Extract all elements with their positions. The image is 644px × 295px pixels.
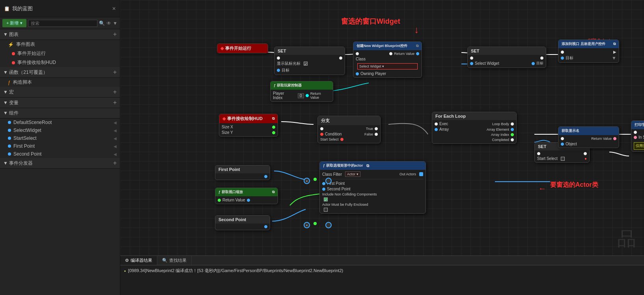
blueprint-canvas[interactable]: 窗选的窗口Widget ↑ 要窗选的Actor类 ← SET Select Wi… — [120, 0, 644, 295]
pin-label: 显示鼠标光标 — [277, 61, 301, 66]
node-header: For Each Loop — [432, 112, 516, 120]
node-print-string[interactable]: 打印字符串 In String 仅用开发 ▼ — [631, 120, 644, 152]
node-set2[interactable]: SET Select Widget 目标 — [467, 47, 546, 68]
pin-exec-out — [389, 52, 392, 55]
node-body — [215, 224, 270, 230]
pin-loopbody — [511, 122, 514, 126]
pin-exec-in — [561, 51, 564, 54]
close-icon[interactable]: ✕ — [112, 6, 116, 11]
pin-label: 目标 — [566, 55, 573, 61]
search-icon-btn[interactable]: 🔍 — [99, 21, 105, 26]
sidebar-item-startselect[interactable]: StartSelect ◀ — [0, 134, 120, 142]
index-value[interactable]: 0 — [298, 93, 304, 98]
node-header: ◆ 事件开始运行 — [217, 44, 268, 53]
node-get-display-name[interactable]: 获取显示名 Return Value Object — [558, 126, 619, 148]
section-graphs[interactable]: ▼ 图表 + — [0, 29, 120, 40]
pin-return — [416, 52, 419, 55]
node-first-point[interactable]: First Point — [215, 165, 270, 180]
eye-icon-btn[interactable]: 👁 — [106, 21, 111, 26]
class-select[interactable]: Select Widget ▾ — [357, 63, 418, 70]
annotation-actor-arrow: ← — [538, 184, 546, 193]
sidebar-item-defaultsceneroot[interactable]: DefaultSceneRoot ◀ — [0, 118, 120, 126]
pin-label: Array — [439, 127, 449, 132]
node-body: Select Widget 目标 — [468, 55, 546, 68]
pin-target-out — [532, 62, 535, 65]
bottom-tabs: ⚙ 编译器结果 🔍 查找结果 — [120, 256, 644, 265]
node-for-each[interactable]: For Each Loop Exec Loop Body Array Array… — [432, 112, 517, 144]
search-input[interactable] — [28, 20, 98, 27]
sidebar-item-firstpoint[interactable]: First Point ◀ — [0, 142, 120, 150]
sidebar-item-label: 事件图表 — [16, 41, 35, 48]
node-event-begin[interactable]: ◆ 事件开始运行 — [217, 43, 268, 53]
node-event-hud[interactable]: ◆ 事件接收绘制HUD ⧉ Size X Size Y — [219, 114, 278, 137]
node-branch[interactable]: 分支 True Condition False Start Select — [317, 116, 381, 143]
node-header: 添加到视口 且标是用户控件 ⧉ — [558, 40, 619, 48]
section-variables-add[interactable]: + — [113, 99, 117, 106]
event-icon: ◆ — [220, 46, 224, 51]
sidebar-item-event-begin[interactable]: 事件开始运行 — [0, 49, 120, 58]
node-header: ƒ 获取玩家控制器 — [271, 81, 333, 90]
divider — [322, 179, 423, 179]
node-header: 获取显示名 — [558, 127, 619, 135]
add-button[interactable]: + 新增 ▾ — [2, 19, 26, 27]
pin-label: Return Value — [394, 52, 414, 56]
section-graphs-add[interactable]: + — [113, 31, 117, 38]
node-body: Player Index 0 Return Value — [271, 90, 333, 101]
sidebar-item-event-graph[interactable]: ⚡ 事件图表 — [0, 40, 120, 49]
tab-label: 编译器结果 — [131, 257, 152, 263]
pin-label: Include Non Colliding Components — [322, 192, 377, 196]
pin-row — [218, 175, 267, 178]
pin-row: 显示鼠标光标 ✓ — [277, 61, 342, 66]
sidebar-item-label: 事件开始运行 — [17, 50, 46, 57]
pin-row: Return Value — [356, 52, 419, 56]
class-filter-dropdown[interactable]: Actor ▾ — [345, 171, 360, 177]
pin-exec — [561, 137, 564, 140]
node-second-point[interactable]: Second Point — [215, 215, 270, 230]
node-body: Size X Size Y — [219, 123, 278, 136]
sidebar-item-event-hud[interactable]: 事件接收绘制HUD — [0, 58, 120, 67]
checkbox-icon[interactable]: ✓ — [304, 62, 308, 66]
settings-icon-btn[interactable]: ▼ — [113, 21, 118, 26]
node-get-actors[interactable]: ƒ 获取选项矩形中的actor ⧉ Class Filter Actor ▾ O… — [319, 161, 426, 214]
node-get-viewport[interactable]: ƒ 获取视口缩放 ⧉ Return Value — [215, 188, 278, 204]
tab-find-results[interactable]: 🔍 查找结果 — [157, 256, 192, 265]
pin-label: Object — [566, 142, 577, 146]
copy-icon: ⧉ — [613, 42, 616, 46]
expand-icon: ◀ — [114, 136, 117, 141]
sidebar-item-selectwidget[interactable]: SelectWidget ◀ — [0, 126, 120, 134]
connector-node-3: × — [304, 222, 310, 228]
node-create-widget[interactable]: 创建New Widget Blueprint控件 ⧉ Return Value … — [353, 41, 422, 78]
checkbox-enclosed[interactable] — [324, 208, 328, 212]
sidebar-item-construct[interactable]: ƒ 构造脚本 — [0, 78, 120, 87]
copy-icon: ⧉ — [272, 190, 274, 194]
node-get-player[interactable]: ƒ 获取玩家控制器 Player Index 0 Return Value — [270, 81, 333, 102]
sidebar-item-secondpoint[interactable]: Second Point ◀ — [0, 150, 120, 158]
section-components[interactable]: ▼ 组件 — [0, 108, 120, 118]
section-macros-add[interactable]: + — [113, 88, 117, 96]
node-title: ƒ 获取选项矩形中的actor — [323, 163, 363, 168]
class-filter-label: Class Filter — [322, 172, 342, 177]
section-variables-label: ▼ 变量 — [3, 100, 19, 106]
pin-exec-out — [540, 56, 543, 60]
pin-row: Condition False — [320, 132, 378, 136]
section-variables[interactable]: ▼ 变量 + — [0, 98, 120, 108]
node-body: Exec Loop Body Array Array Element Array… — [432, 120, 516, 143]
section-functions[interactable]: ▼ 函数（21可覆盖） + — [0, 67, 120, 78]
expand-icon: ◀ — [114, 152, 117, 156]
checkbox-include[interactable]: ✓ — [324, 197, 328, 201]
section-delegates[interactable]: ▼ 事件分发器 + — [0, 158, 120, 169]
node-title: ƒ 获取玩家控制器 — [274, 83, 302, 88]
node-add-viewport[interactable]: 添加到视口 且标是用户控件 ⧉ ▶ 目标 ▼ — [558, 39, 619, 63]
section-macros-label: ▼ 宏 — [3, 89, 14, 96]
section-functions-add[interactable]: + — [113, 69, 117, 76]
tab-compiler-results[interactable]: ⚙ 编译器结果 — [120, 256, 157, 265]
section-macros[interactable]: ▼ 宏 + — [0, 87, 120, 98]
node-set1[interactable]: SET 显示鼠标光标 ✓ 目标 — [274, 47, 345, 75]
pin-row: Class Filter Actor ▾ Out Actors — [322, 171, 423, 177]
section-delegates-add[interactable]: + — [113, 160, 117, 167]
sidebar-item-label: DefaultSceneRoot — [13, 120, 52, 125]
node-title: SET — [471, 49, 479, 53]
construct-icon: ƒ — [8, 80, 11, 85]
sidebar: 📋 我的蓝图 ✕ + 新增 ▾ 🔍 👁 ▼ ▼ 图表 + ⚡ 事件图表 事件开始… — [0, 0, 120, 295]
checkbox-startselect[interactable] — [561, 157, 565, 161]
